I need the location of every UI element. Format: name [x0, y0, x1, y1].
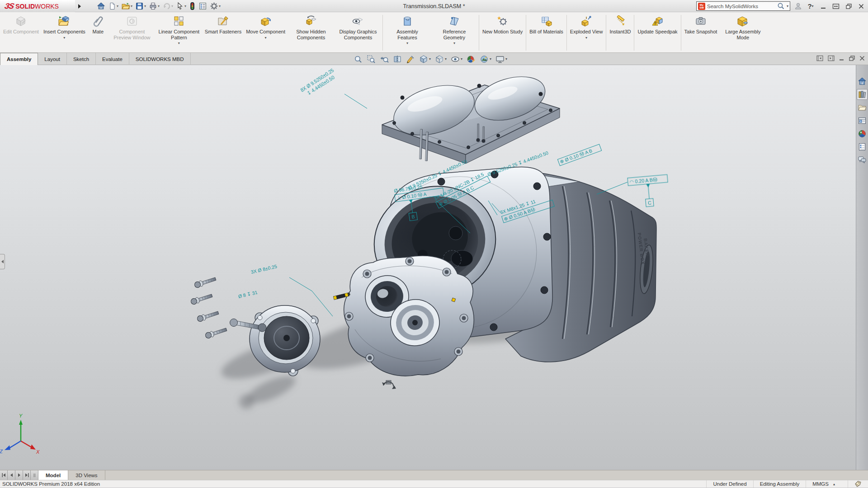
- status-bar: SOLIDWORKS Premium 2018 x64 Edition Unde…: [0, 480, 868, 488]
- zoom-to-area-icon[interactable]: [367, 55, 376, 64]
- caret-down-icon: ▾: [453, 41, 455, 46]
- ribbon-move-component[interactable]: Move Component ▾: [244, 13, 288, 52]
- apply-scene-icon[interactable]: ▾: [480, 55, 491, 64]
- file-explorer-icon[interactable]: [857, 102, 868, 113]
- design-library-icon[interactable]: [857, 89, 868, 100]
- ribbon-reference-geometry[interactable]: Reference Geometry ▾: [431, 13, 478, 52]
- home-icon[interactable]: [857, 76, 868, 87]
- caret-down-icon: ▾: [158, 4, 160, 8]
- doc-close-icon[interactable]: [859, 55, 865, 63]
- tab-3d-views[interactable]: 3D Views: [68, 470, 105, 480]
- nav-prev-icon[interactable]: [8, 470, 15, 480]
- tab-assembly[interactable]: Assembly: [0, 53, 38, 65]
- print-button[interactable]: ▾: [148, 1, 160, 12]
- tags-icon[interactable]: [848, 480, 868, 488]
- new-document-button[interactable]: ▾: [107, 1, 119, 12]
- solidworks-logo-mark: ЗS: [4, 2, 15, 11]
- doc-restore-icon[interactable]: [849, 55, 855, 63]
- forum-icon[interactable]: [857, 155, 868, 165]
- search-input[interactable]: MySW Search MySolidWorks ▾: [696, 1, 790, 11]
- caret-down-icon: ▾: [429, 57, 431, 61]
- tab-sketch[interactable]: Sketch: [67, 53, 96, 65]
- tab-layout[interactable]: Layout: [38, 53, 67, 65]
- search-icon[interactable]: [777, 2, 785, 10]
- close-button[interactable]: [856, 1, 866, 11]
- menu-expand-arrow-icon[interactable]: [76, 0, 83, 12]
- ribbon-exploded-view[interactable]: Exploded View ▾: [568, 13, 605, 52]
- help-button[interactable]: ?▾: [806, 1, 816, 11]
- pane-collapse-right-icon[interactable]: [827, 55, 835, 64]
- bill-of-materials-icon: [541, 14, 552, 28]
- search-caret-icon[interactable]: ▾: [787, 4, 788, 8]
- caret-down-icon: ▾: [184, 4, 186, 8]
- caret-down-icon: ▾: [219, 4, 221, 8]
- ribbon-show-hidden-components[interactable]: Show Hidden Components: [288, 13, 335, 52]
- dynamic-annotation-icon[interactable]: [406, 55, 415, 64]
- appearances-scenes-icon[interactable]: [857, 128, 868, 139]
- previous-view-icon[interactable]: [380, 55, 389, 64]
- hide-show-items-icon[interactable]: ▾: [451, 55, 462, 64]
- model-scene[interactable]: BAKER POWER BOX: [0, 65, 868, 470]
- tab-evaluate[interactable]: Evaluate: [96, 53, 129, 65]
- ribbon-linear-component-pattern[interactable]: Linear Component Pattern ▾: [156, 13, 203, 52]
- view-orientation-icon[interactable]: ▾: [419, 55, 431, 64]
- ribbon-insert-components[interactable]: Insert Components ▾: [41, 13, 88, 52]
- ribbon-instant3d[interactable]: Instant3D: [607, 13, 633, 52]
- svg-text:Y: Y: [19, 413, 23, 418]
- login-icon[interactable]: [793, 1, 803, 11]
- ribbon-smart-fasteners[interactable]: Smart Fasteners: [203, 13, 244, 52]
- minimize-button[interactable]: [818, 1, 828, 11]
- feature-manager-collapse-tab[interactable]: [0, 254, 5, 269]
- select-button[interactable]: ▾: [175, 1, 187, 12]
- ribbon-update-speedpak[interactable]: Update Speedpak: [635, 13, 679, 52]
- nav-first-icon[interactable]: [0, 470, 8, 480]
- open-button[interactable]: ▾: [120, 1, 133, 12]
- ribbon-take-snapshot[interactable]: Take Snapshot: [682, 13, 720, 52]
- ribbon-bill-of-materials[interactable]: Bill of Materials: [527, 13, 566, 52]
- resize-panes-button[interactable]: [831, 1, 841, 11]
- ribbon-mate[interactable]: Mate: [88, 13, 108, 52]
- edit-component-icon: [15, 14, 27, 28]
- caret-down-icon: ▾: [178, 41, 180, 46]
- editing-mode-status[interactable]: Editing Assembly: [753, 480, 806, 488]
- custom-properties-icon[interactable]: [857, 141, 868, 152]
- nav-last-icon[interactable]: [23, 470, 31, 480]
- view-settings-icon[interactable]: ▾: [495, 55, 507, 64]
- view-palette-icon[interactable]: [857, 115, 868, 126]
- options-list-button[interactable]: [198, 1, 208, 12]
- home-button[interactable]: [96, 1, 106, 12]
- pane-collapse-left-icon[interactable]: [816, 55, 824, 64]
- undo-button[interactable]: ▾: [161, 1, 174, 12]
- graphics-viewport[interactable]: BAKER POWER BOX: [0, 65, 868, 470]
- svg-text:◠ 0.20 A BⓂ: ◠ 0.20 A BⓂ: [629, 177, 658, 184]
- caret-down-icon: ▾: [117, 4, 118, 8]
- search-placeholder: Search MySolidWorks: [707, 4, 775, 9]
- display-style-icon[interactable]: ▾: [435, 55, 447, 64]
- nav-next-icon[interactable]: [15, 470, 23, 480]
- units-selector[interactable]: MMGS ▴: [806, 480, 848, 488]
- exploded-view-icon: [580, 14, 592, 28]
- save-button[interactable]: ▾: [134, 1, 147, 12]
- component-preview-window-icon: [126, 14, 138, 28]
- update-speedpak-icon: [652, 14, 664, 28]
- ribbon-large-assembly-mode[interactable]: Large Assembly Mode: [719, 13, 766, 52]
- settings-button[interactable]: ▾: [209, 1, 222, 12]
- ribbon-edit-component[interactable]: Edit Component: [1, 13, 41, 52]
- tab-model[interactable]: Model: [38, 470, 68, 480]
- ribbon-display-graphics-components[interactable]: Display Graphics Components: [335, 13, 382, 52]
- zoom-to-fit-icon[interactable]: [354, 55, 363, 64]
- caret-down-icon: ▾: [490, 57, 491, 61]
- restore-button[interactable]: [844, 1, 854, 11]
- top-cover-part[interactable]: [382, 69, 560, 164]
- section-view-icon[interactable]: [393, 55, 402, 64]
- performance-button[interactable]: [188, 1, 197, 12]
- edit-appearance-icon[interactable]: [467, 55, 476, 64]
- doc-minimize-icon[interactable]: [839, 55, 845, 63]
- tab-splitter-handle[interactable]: [31, 470, 38, 480]
- caret-up-icon: ▴: [833, 482, 835, 486]
- tab-solidworks-mbd[interactable]: SOLIDWORKS MBD: [129, 53, 191, 65]
- mysolidworks-badge-icon: MySW: [698, 3, 705, 10]
- ribbon-new-motion-study[interactable]: New Motion Study: [480, 13, 525, 52]
- ribbon-assembly-features[interactable]: Assembly Features ▾: [384, 13, 431, 52]
- ribbon-component-preview-window[interactable]: Component Preview Window: [108, 13, 156, 52]
